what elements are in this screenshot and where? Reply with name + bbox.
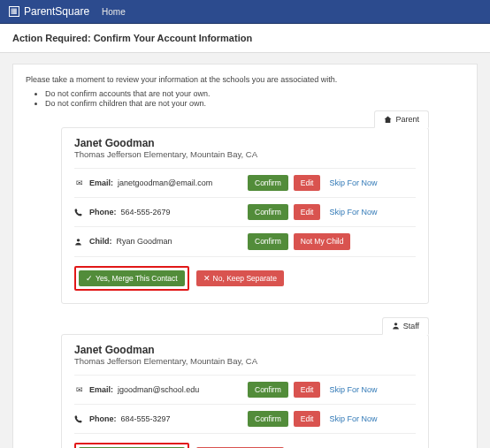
phone-icon — [74, 209, 85, 216]
phone-label: Phone: — [89, 414, 117, 423]
edit-button[interactable]: Edit — [294, 175, 321, 191]
intro-text: Please take a moment to review your info… — [26, 75, 464, 84]
phone-row: Phone: 684-555-3297 Confirm Edit Skip Fo… — [74, 404, 416, 434]
tab-staff[interactable]: Staff — [382, 317, 429, 335]
phone-label: Phone: — [89, 208, 117, 216]
contact-card-parent: Parent Janet Goodman Thomas Jefferson El… — [61, 127, 429, 304]
email-value: janetgoodman@email.com — [118, 178, 212, 187]
phone-value: 564-555-2679 — [121, 208, 171, 216]
edit-button[interactable]: Edit — [294, 382, 321, 398]
tab-label: Parent — [395, 115, 419, 124]
confirm-button[interactable]: Confirm — [248, 175, 288, 191]
skip-link[interactable]: Skip For Now — [329, 414, 377, 423]
email-label: Email: — [89, 385, 113, 394]
brand-icon: ▦ — [9, 6, 19, 17]
brand: ▦ ParentSquare — [9, 5, 89, 18]
confirm-button[interactable]: Confirm — [248, 382, 288, 398]
email-icon: ✉ — [74, 178, 85, 187]
confirm-button[interactable]: Confirm — [248, 411, 288, 427]
edit-button[interactable]: Edit — [294, 204, 321, 220]
skip-link[interactable]: Skip For Now — [329, 178, 377, 187]
email-icon: ✉ — [74, 385, 85, 394]
child-row: Child: Ryan Goodman Confirm Not My Child — [74, 226, 416, 256]
tab-parent[interactable]: Parent — [374, 110, 429, 128]
bullet-item: Do not confirm accounts that are not you… — [45, 89, 464, 98]
close-icon: ✕ — [203, 274, 211, 283]
bullet-list: Do not confirm accounts that are not you… — [45, 89, 464, 108]
child-value: Ryan Goodman — [117, 237, 172, 246]
email-value: jgoodman@school.edu — [118, 385, 199, 394]
brand-text: ParentSquare — [24, 5, 89, 18]
confirm-button[interactable]: Confirm — [248, 233, 288, 249]
page-title: Action Required: Confirm Your Account In… — [0, 24, 490, 53]
merge-button[interactable]: ✓ Yes, Merge This Contact — [79, 270, 185, 286]
skip-link[interactable]: Skip For Now — [329, 208, 377, 216]
main-content: Please take a moment to review your info… — [12, 64, 478, 448]
svg-point-1 — [394, 323, 396, 325]
email-row: ✉ Email: jgoodman@school.edu Confirm Edi… — [74, 375, 416, 404]
school-name: Thomas Jefferson Elementary, Mountain Ba… — [74, 149, 416, 168]
edit-button[interactable]: Edit — [294, 411, 321, 427]
contact-name: Janet Goodman — [74, 335, 416, 356]
svg-point-0 — [77, 239, 80, 241]
phone-value: 684-555-3297 — [121, 414, 171, 423]
confirm-button[interactable]: Confirm — [248, 204, 288, 220]
highlight-annotation: ✓ Yes, Merge This Contact — [74, 266, 189, 291]
child-label: Child: — [89, 237, 112, 246]
top-nav: ▦ ParentSquare Home — [0, 0, 490, 24]
person-icon — [392, 322, 400, 330]
home-link[interactable]: Home — [102, 7, 126, 17]
merge-row: ✓ Yes, Merge This Contact ✕ No, Keep Sep… — [74, 257, 416, 291]
phone-row: Phone: 564-555-2679 Confirm Edit Skip Fo… — [74, 197, 416, 226]
keep-separate-button[interactable]: ✕ No, Keep Separate — [196, 270, 284, 286]
merge-row: ✓ Yes, Merge This Contact ✕ No, Keep Sep… — [74, 434, 416, 448]
home-icon — [384, 116, 392, 124]
not-my-child-button[interactable]: Not My Child — [294, 233, 351, 249]
email-row: ✉ Email: janetgoodman@email.com Confirm … — [74, 168, 416, 197]
tab-label: Staff — [403, 322, 419, 330]
check-icon: ✓ — [86, 274, 93, 283]
child-icon — [74, 238, 85, 246]
contact-name: Janet Goodman — [74, 128, 416, 149]
school-name: Thomas Jefferson Elementary, Mountain Ba… — [74, 356, 416, 375]
phone-icon — [74, 415, 85, 423]
skip-link[interactable]: Skip For Now — [329, 385, 377, 394]
contact-card-staff: Staff Janet Goodman Thomas Jefferson Ele… — [61, 334, 429, 448]
highlight-annotation: ✓ Yes, Merge This Contact — [74, 443, 189, 448]
bullet-item: Do not confirm children that are not you… — [45, 99, 464, 108]
email-label: Email: — [89, 178, 113, 187]
